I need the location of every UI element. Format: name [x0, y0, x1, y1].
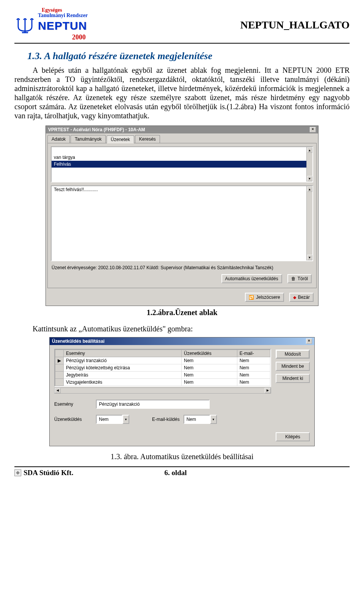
tab-tanulmanyok[interactable]: Tanulmányok	[71, 135, 106, 143]
message-listbox[interactable]: van tárgya Felhívás ▲ ▼	[51, 146, 313, 182]
row-marker	[55, 379, 64, 386]
send-combo-value[interactable]	[96, 415, 122, 424]
message-body-text: Teszt felhívás!!...........	[52, 186, 306, 260]
logo-row: NEPTUN	[14, 18, 113, 33]
table-row[interactable]: ▶ Pénzügyi tranzakció Nem Nem	[55, 357, 270, 364]
intro-paragraph: A belépés után a hallgatónak egyből az ü…	[14, 66, 350, 120]
close-icon[interactable]: ×	[310, 127, 316, 132]
messages-titlebar: VPRTEST - Acélvári Nóra (FH9FDF) - 10A-A…	[46, 126, 318, 133]
section-heading: 1.3. A hallgató részére üzenetek megjele…	[27, 50, 350, 62]
email-combo-value[interactable]	[184, 415, 210, 424]
logo-block: Egységes Tanulmányi Rendszer NEPTUN 2000	[14, 8, 113, 41]
settings-titlebar: Üzenetküldés beállításai ×	[50, 337, 314, 345]
autosend-button[interactable]: Automatikus üzenetküldés	[221, 274, 282, 283]
cell-send: Nem	[182, 379, 237, 386]
close-button[interactable]: ◆Bezár	[289, 293, 314, 302]
send-combo[interactable]: ▼	[96, 415, 129, 424]
hscrollbar[interactable]: ◀ ▶	[54, 388, 271, 394]
scroll-left-icon[interactable]: ◀	[55, 388, 61, 393]
page-footer: SDA Stúdió Kft. 6. oldal	[14, 469, 350, 477]
scroll-down-icon[interactable]: ▼	[307, 176, 312, 181]
cell-email: Nem	[237, 357, 270, 364]
col-email[interactable]: E-mail-	[237, 350, 270, 357]
settings-dialog: Üzenetküldés beállításai × Esemény Üzene…	[49, 337, 315, 446]
form-row-send: Üzenetküldés ▼ E-mail-küldés ▼	[54, 415, 310, 424]
row-marker: ▶	[55, 357, 64, 364]
side-buttons: Módosít Mindent be Mindent ki	[271, 349, 310, 394]
cell-event: Jegybeírás	[64, 372, 182, 379]
label-event: Esemény	[54, 402, 92, 407]
diamond-icon: ◆	[293, 295, 296, 300]
cell-event: Vizsgajelentkezés	[64, 379, 182, 386]
modify-button[interactable]: Módosít	[276, 350, 310, 359]
all-off-button[interactable]: Mindent ki	[276, 374, 310, 383]
email-combo[interactable]: ▼	[184, 415, 217, 424]
status-line: Üzenet érvényessége: 2002.10.08-2002.11.…	[51, 261, 313, 273]
page-header: Egységes Tanulmányi Rendszer NEPTUN 2000…	[14, 8, 350, 41]
logo-brand: NEPTUN	[38, 19, 87, 32]
list-item[interactable]: van tárgya	[52, 154, 306, 161]
instruction-2: Kattintsunk az „Automatikus üzenetküldés…	[14, 325, 350, 333]
table-row[interactable]: Jegybeírás Nem Nem	[55, 372, 270, 379]
footer-rule	[14, 466, 350, 467]
delete-button[interactable]: 🗑Töröl	[287, 274, 312, 283]
settings-body: Esemény Üzenetküldés E-mail- ▶ Pénzügyi …	[50, 345, 314, 446]
grid-wrap: Esemény Üzenetküldés E-mail- ▶ Pénzügyi …	[54, 349, 310, 394]
message-body-box[interactable]: Teszt felhívás!!........... ▲ ▼	[51, 185, 313, 261]
cell-event: Pénzügyi tranzakció	[64, 357, 182, 364]
trash-icon: 🗑	[291, 276, 296, 281]
delete-label: Töröl	[298, 276, 308, 281]
messages-window-title: VPRTEST - Acélvári Nóra (FH9FDF) - 10A-A…	[48, 127, 145, 132]
table-row[interactable]: Pénzügyi kötelezettség elzírása Nem Nem	[55, 364, 270, 372]
scroll-down-icon[interactable]: ▼	[307, 255, 312, 260]
swap-label: Jelszócsere	[256, 295, 280, 300]
footer-logo-icon	[14, 469, 21, 476]
scroll-up-icon[interactable]: ▲	[307, 147, 312, 153]
col-send[interactable]: Üzenetküldés	[182, 350, 237, 357]
dialog-bottom-row: Kilépés	[54, 430, 310, 441]
row-marker	[55, 372, 64, 379]
exit-button[interactable]: Kilépés	[276, 432, 310, 441]
logo-tagline-1: Egységes	[14, 8, 113, 13]
rowhead-col	[55, 350, 64, 357]
footer-company: SDA Stúdió Kft.	[24, 469, 73, 477]
form-row-event: Esemény	[54, 400, 310, 409]
scroll-up-icon[interactable]: ▲	[307, 187, 312, 192]
close-icon[interactable]: ×	[306, 339, 312, 344]
cell-send: Nem	[182, 372, 237, 379]
tab-page: van tárgya Felhívás ▲ ▼ Teszt felhívás!!…	[47, 143, 317, 288]
swap-icon: 🔁	[249, 295, 254, 300]
figure1-caption: 1.2.ábra.Üzenet ablak	[14, 308, 350, 317]
scrollbar[interactable]: ▲ ▼	[306, 147, 312, 182]
settings-grid[interactable]: Esemény Üzenetküldés E-mail- ▶ Pénzügyi …	[54, 349, 271, 387]
chevron-down-icon[interactable]: ▼	[122, 415, 129, 424]
tab-adatok[interactable]: Adatok	[47, 135, 70, 143]
cell-email: Nem	[237, 379, 270, 386]
table-row[interactable]: Vizsgajelentkezés Nem Nem	[55, 379, 270, 386]
list-item[interactable]: Felhívás	[52, 161, 306, 168]
button-row-1: Automatikus üzenetküldés 🗑Töröl	[51, 273, 313, 285]
all-on-button[interactable]: Mindent be	[276, 362, 310, 371]
scrollbar[interactable]: ▲ ▼	[306, 186, 312, 260]
messages-window: VPRTEST - Acélvári Nóra (FH9FDF) - 10A-A…	[46, 126, 318, 306]
label-email: E-mail-küldés	[152, 417, 180, 422]
password-swap-button[interactable]: 🔁Jelszócsere	[245, 293, 284, 302]
scroll-right-icon[interactable]: ▶	[265, 388, 271, 393]
button-row-2: 🔁Jelszócsere ◆Bezár	[46, 290, 318, 306]
figure2-caption: 1.3. ábra. Automatikus üzenetküldés beál…	[14, 452, 350, 461]
cell-send: Nem	[182, 357, 237, 364]
trident-icon	[14, 18, 36, 33]
tab-uzenetek[interactable]: Üzenetek	[107, 135, 134, 143]
col-event[interactable]: Esemény	[64, 350, 182, 357]
tab-kereses[interactable]: Keresés	[135, 135, 160, 143]
autosend-label: Automatikus üzenetküldés	[225, 276, 278, 281]
footer-page: 6. oldal	[164, 469, 187, 477]
cell-email: Nem	[237, 372, 270, 379]
tab-row: Adatok Tanulmányok Üzenetek Keresés	[46, 133, 318, 143]
cell-send: Nem	[182, 364, 237, 372]
chevron-down-icon[interactable]: ▼	[210, 415, 217, 424]
event-field[interactable]	[96, 400, 210, 409]
close-label: Bezár	[298, 295, 310, 300]
cell-event: Pénzügyi kötelezettség elzírása	[64, 364, 182, 372]
document-title: NEPTUN_HALLGATO	[240, 8, 350, 31]
